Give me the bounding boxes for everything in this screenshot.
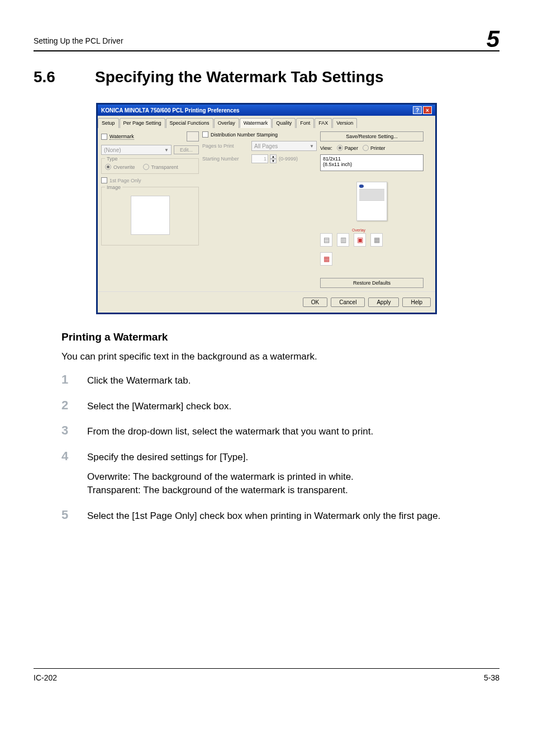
section-title: Specifying the Watermark Tab Settings <box>95 68 384 86</box>
step-body: Click the Watermark tab. <box>87 374 499 388</box>
apply-button[interactable]: Apply <box>368 297 399 307</box>
steps-list: 1 Click the Watermark tab. 2 Select the … <box>61 372 499 523</box>
first-page-only-label: 1st Page Only <box>110 178 141 183</box>
page-footer: IC-202 5-38 <box>34 668 499 682</box>
cancel-button[interactable]: Cancel <box>331 297 365 307</box>
help-icon[interactable]: ? <box>413 106 422 114</box>
help-button[interactable]: Help <box>402 297 431 307</box>
step-4-main: Specify the desired settings for [Type]. <box>87 451 499 465</box>
step-body: Select the [1st Page Only] check box whe… <box>87 509 499 523</box>
step-number: 5 <box>61 508 73 522</box>
close-icon[interactable]: × <box>423 106 432 114</box>
preview-icon-row-1: ▤ ▥ ▣ Overlay ▦ <box>320 233 423 247</box>
step-body: Select the [Watermark] check box. <box>87 400 499 414</box>
step-2: 2 Select the [Watermark] check box. <box>61 398 499 414</box>
step-body: From the drop-down list, select the wate… <box>87 425 499 439</box>
overwrite-radio[interactable] <box>105 164 111 170</box>
watermark-checkbox-label: Watermark <box>110 134 134 140</box>
step-3: 3 From the drop-down list, select the wa… <box>61 423 499 439</box>
subheading: Printing a Watermark <box>61 331 499 343</box>
view-printer-label: Printer <box>370 145 386 151</box>
starting-number-range: (0-9999) <box>279 156 298 162</box>
page-icon[interactable]: ▥ <box>337 233 349 247</box>
first-page-only-checkbox[interactable] <box>101 177 107 183</box>
dialog-tabs: Setup Per Page Setting Special Functions… <box>98 116 435 128</box>
type-group-title: Type <box>105 156 120 162</box>
image-group-title: Image <box>105 185 122 190</box>
grid-icon[interactable]: ▦ <box>370 233 383 247</box>
tab-watermark[interactable]: Watermark <box>240 118 272 128</box>
paper-size-list[interactable]: 81/2x11 (8.5x11 inch) <box>320 154 423 171</box>
watermark-checkbox[interactable] <box>101 134 107 140</box>
chevron-down-icon: ▼ <box>310 144 314 149</box>
step-number: 4 <box>61 449 73 464</box>
restore-defaults-button[interactable]: Restore Defaults <box>320 278 423 288</box>
pages-to-print-label: Pages to Print <box>202 143 249 149</box>
footer-right: 5-38 <box>484 673 499 682</box>
starting-number-input[interactable]: 1 <box>251 154 268 163</box>
section-heading: 5.6 Specifying the Watermark Tab Setting… <box>34 68 499 86</box>
image-group: Image <box>101 187 199 245</box>
chapter-number: 5 <box>487 26 499 52</box>
view-label: View: <box>320 145 332 151</box>
starting-number-label: Starting Number <box>202 156 249 162</box>
layout-icon[interactable]: ▤ <box>320 233 332 247</box>
step-number: 3 <box>61 423 73 438</box>
watermark-preset-value: (None) <box>104 147 121 153</box>
transparent-radio-label: Transparent <box>151 164 178 170</box>
step-number: 1 <box>61 372 73 387</box>
dialog-button-row: OK Cancel Apply Help <box>98 291 435 313</box>
overlay-icon-label: Overlay <box>352 228 365 232</box>
step-4-sub1: Overwrite: The background of the waterma… <box>87 470 499 484</box>
tab-fax[interactable]: FAX <box>315 118 332 128</box>
tab-setup[interactable]: Setup <box>98 118 119 128</box>
tab-font[interactable]: Font <box>296 118 314 128</box>
distribution-number-stamping-label: Distribution Number Stamping <box>211 132 278 138</box>
tab-special-functions[interactable]: Special Functions <box>166 118 213 128</box>
pages-to-print-dropdown[interactable]: All Pages ▼ <box>251 141 317 151</box>
tab-overlay[interactable]: Overlay <box>214 118 239 128</box>
edit-button[interactable]: Edit... <box>174 145 199 154</box>
watermark-preview-icon[interactable] <box>187 131 199 141</box>
print-preferences-dialog: KONICA MINOLTA 750/600 PCL Printing Pref… <box>96 103 437 314</box>
tab-per-page-setting[interactable]: Per Page Setting <box>120 118 165 128</box>
view-paper-radio[interactable] <box>337 145 343 151</box>
ok-button[interactable]: OK <box>303 297 327 307</box>
tab-quality[interactable]: Quality <box>272 118 296 128</box>
step-body: Specify the desired settings for [Type].… <box>87 451 499 498</box>
step-4: 4 Specify the desired settings for [Type… <box>61 449 499 498</box>
overlay-icon[interactable]: ▣ Overlay <box>354 233 366 247</box>
pages-to-print-value: All Pages <box>254 143 278 149</box>
section-number: 5.6 <box>34 68 73 86</box>
step-number: 2 <box>61 398 73 413</box>
step-4-sub2: Transparent: The background of the water… <box>87 484 499 498</box>
overwrite-radio-label: Overwrite <box>113 164 135 170</box>
chapter-title: Setting Up the PCL Driver <box>34 36 123 45</box>
lead-paragraph: You can print specific text in the backg… <box>61 351 499 362</box>
view-paper-label: Paper <box>345 145 358 151</box>
watermark-preset-dropdown[interactable]: (None) ▼ <box>101 145 172 155</box>
page-header: Setting Up the PCL Driver 5 <box>34 22 499 51</box>
dialog-title: KONICA MINOLTA 750/600 PCL Printing Pref… <box>101 107 240 114</box>
distribution-number-stamping-checkbox[interactable] <box>202 131 208 138</box>
watermark-image-preview <box>131 196 170 235</box>
starting-number-stepper[interactable]: ▲▼ <box>270 154 277 163</box>
transparent-radio[interactable] <box>143 164 149 170</box>
dialog-titlebar: KONICA MINOLTA 750/600 PCL Printing Pref… <box>98 105 435 116</box>
tab-version[interactable]: Version <box>332 118 357 128</box>
save-restore-setting-button[interactable]: Save/Restore Setting... <box>320 131 423 141</box>
step-1: 1 Click the Watermark tab. <box>61 372 499 388</box>
type-group: Type Overwrite Transparent <box>101 158 199 174</box>
paper-preview <box>320 174 423 228</box>
view-printer-radio[interactable] <box>363 145 369 151</box>
chevron-down-icon: ▼ <box>164 148 169 153</box>
thumbnail-icon[interactable]: ▦ <box>320 252 332 266</box>
step-5: 5 Select the [1st Page Only] check box w… <box>61 508 499 523</box>
footer-left: IC-202 <box>34 673 57 682</box>
